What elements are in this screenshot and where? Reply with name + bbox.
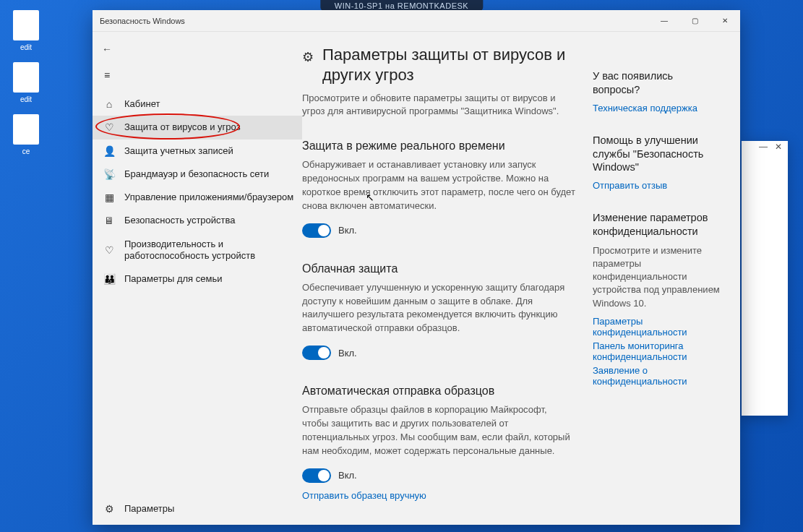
page-description: Просмотрите и обновите параметры защиты … [302, 92, 575, 118]
nav-item-family[interactable]: 👪 Параметры для семьи [93, 267, 302, 291]
submit-sample-link[interactable]: Отправить образец вручную [302, 490, 426, 501]
section-title: Автоматическая отправка образцов [302, 385, 575, 398]
settings-column: ⚙ Параметры защиты от вирусов и других у… [302, 45, 575, 525]
firewall-icon: 📡 [103, 168, 116, 180]
nav-label: Производительность и работоспособность у… [124, 239, 295, 262]
settings-gear-icon: ⚙ [302, 49, 314, 65]
nav-item-virus-protection[interactable]: ♡ Защита от вирусов и угроз [93, 116, 302, 139]
desktop-icon[interactable]: edit [4, 62, 48, 103]
maximize-button[interactable]: ▢ [679, 10, 710, 32]
help-column: У вас появились вопросы? Техническая под… [593, 45, 723, 525]
nav-item-firewall[interactable]: 📡 Брандмауэр и безопасность сети [93, 163, 302, 186]
device-security-icon: 🖥 [103, 215, 116, 226]
section-description: Обеспечивает улучшенную и ускоренную защ… [302, 281, 575, 335]
health-icon: ♡ [103, 244, 116, 256]
nav-label: Защита от вирусов и угроз [124, 121, 295, 133]
back-button[interactable]: ← [93, 36, 121, 62]
section-title: Защита в режиме реального времени [302, 140, 575, 153]
left-nav: ← ≡ ⌂ Кабинет ♡ Защита от вирусов и угро… [93, 32, 302, 525]
nav-label: Защита учетных записей [124, 145, 295, 157]
section-description: Отправьте образцы файлов в корпорацию Ма… [302, 403, 575, 458]
page-title: Параметры защиты от вирусов и других угр… [322, 45, 575, 85]
nav-label: Безопасность устройства [124, 215, 295, 226]
card-privacy: Изменение параметров конфиденциальности … [593, 211, 723, 387]
privacy-statement-link[interactable]: Заявление о конфиденциальности [593, 365, 723, 387]
nav-item-settings[interactable]: ⚙ Параметры [93, 497, 302, 520]
home-icon: ⌂ [103, 98, 116, 110]
nav-label: Параметры для семьи [124, 273, 295, 285]
desktop-icon[interactable]: ce [4, 114, 48, 155]
cloud-protection-toggle[interactable] [302, 346, 331, 360]
privacy-dashboard-link[interactable]: Панель мониторинга конфиденциальности [593, 340, 723, 362]
gear-icon: ⚙ [103, 503, 116, 515]
sample-submission-toggle[interactable] [302, 468, 331, 483]
nav-item-device-performance[interactable]: ♡ Производительность и работоспособность… [93, 233, 302, 268]
family-icon: 👪 [103, 273, 116, 285]
nav-item-home[interactable]: ⌂ Кабинет [93, 93, 302, 116]
card-title: У вас появились вопросы? [593, 69, 723, 97]
toggle-state-label: Вкл. [338, 470, 357, 481]
nav-item-device-security[interactable]: 🖥 Безопасность устройства [93, 209, 302, 232]
desktop-icon[interactable]: edit [4, 10, 48, 51]
background-explorer-titlebar: — ✕ [743, 142, 786, 162]
account-icon: 👤 [103, 145, 116, 157]
section-cloud-protection: Облачная защита Обеспечивает улучшенную … [302, 262, 575, 360]
section-sample-submission: Автоматическая отправка образцов Отправь… [302, 385, 575, 501]
card-title: Изменение параметров конфиденциальности [593, 211, 723, 239]
minimize-button[interactable]: — [649, 10, 679, 32]
app-control-icon: ▦ [103, 192, 116, 203]
nav-label: Параметры [124, 503, 295, 515]
toggle-state-label: Вкл. [338, 225, 357, 236]
feedback-link[interactable]: Отправить отзыв [593, 180, 723, 191]
support-link[interactable]: Техническая поддержка [593, 103, 723, 113]
nav-label: Кабинет [124, 98, 295, 110]
nav-item-app-browser[interactable]: ▦ Управление приложениями/браузером [93, 186, 302, 209]
card-feedback: Помощь в улучшении службы "Безопасность … [593, 134, 723, 192]
nav-label: Управление приложениями/браузером [124, 192, 295, 203]
window-titlebar: Безопасность Windows — ▢ ✕ [93, 10, 740, 32]
card-questions: У вас появились вопросы? Техническая под… [593, 69, 723, 113]
card-title: Помощь в улучшении службы "Безопасность … [593, 134, 723, 175]
privacy-settings-link[interactable]: Параметры конфиденциальности [593, 316, 723, 338]
nav-item-account-protection[interactable]: 👤 Защита учетных записей [93, 140, 302, 163]
hamburger-button[interactable]: ≡ [93, 62, 121, 88]
main-content: ⚙ Параметры защиты от вирусов и других у… [302, 32, 740, 525]
close-button[interactable]: ✕ [775, 142, 782, 162]
nav-label: Брандмауэр и безопасность сети [124, 168, 295, 180]
realtime-protection-toggle[interactable] [302, 223, 331, 238]
shield-icon: ♡ [103, 121, 116, 133]
window-title: Безопасность Windows [100, 17, 185, 25]
windows-security-window: Безопасность Windows — ▢ ✕ ← ≡ ⌂ Кабинет… [93, 10, 740, 525]
minimize-button[interactable]: — [759, 142, 768, 162]
card-description: Просмотрите и измените параметры конфиде… [593, 244, 723, 310]
background-explorer-window [742, 141, 788, 416]
toggle-state-label: Вкл. [338, 348, 357, 359]
section-realtime-protection: Защита в режиме реального времени Обнару… [302, 140, 575, 237]
section-description: Обнаруживает и останавливает установку и… [302, 158, 575, 213]
section-title: Облачная защита [302, 262, 575, 275]
close-button[interactable]: ✕ [710, 10, 740, 32]
